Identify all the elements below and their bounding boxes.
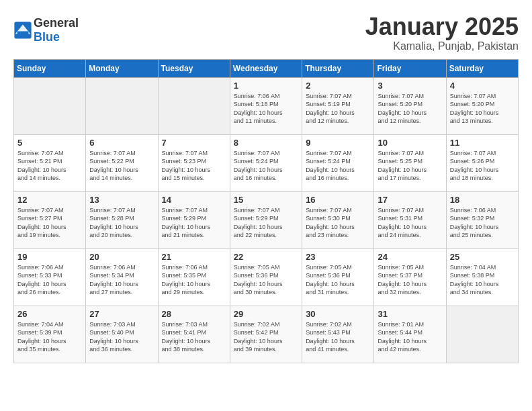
calendar-cell: 8Sunrise: 7:07 AM Sunset: 5:24 PM Daylig… [230, 134, 302, 191]
day-info: Sunrise: 7:05 AM Sunset: 5:37 PM Dayligh… [378, 263, 442, 297]
calendar-cell: 26Sunrise: 7:04 AM Sunset: 5:39 PM Dayli… [14, 306, 86, 363]
day-number: 22 [234, 252, 298, 262]
calendar-cell: 16Sunrise: 7:07 AM Sunset: 5:30 PM Dayli… [302, 191, 374, 248]
day-number: 21 [162, 252, 226, 262]
day-info: Sunrise: 7:07 AM Sunset: 5:29 PM Dayligh… [234, 206, 298, 240]
day-info: Sunrise: 7:07 AM Sunset: 5:27 PM Dayligh… [17, 206, 82, 240]
day-info: Sunrise: 7:04 AM Sunset: 5:38 PM Dayligh… [450, 263, 515, 297]
header-cell-thursday: Thursday [302, 59, 374, 77]
day-number: 29 [234, 309, 298, 319]
day-number: 2 [306, 81, 370, 91]
calendar-cell [14, 77, 86, 134]
header-cell-monday: Monday [86, 59, 158, 77]
day-info: Sunrise: 7:06 AM Sunset: 5:34 PM Dayligh… [89, 263, 154, 297]
week-row-4: 19Sunrise: 7:06 AM Sunset: 5:33 PM Dayli… [14, 248, 519, 306]
calendar-cell: 29Sunrise: 7:02 AM Sunset: 5:42 PM Dayli… [230, 306, 302, 363]
day-number: 5 [17, 138, 82, 148]
calendar-cell: 24Sunrise: 7:05 AM Sunset: 5:37 PM Dayli… [374, 248, 446, 306]
calendar-header: SundayMondayTuesdayWednesdayThursdayFrid… [14, 59, 519, 77]
day-number: 28 [162, 309, 226, 319]
day-number: 9 [306, 138, 370, 148]
title-section: January 2025 Kamalia, Punjab, Pakistan [365, 13, 519, 52]
calendar-cell: 31Sunrise: 7:01 AM Sunset: 5:44 PM Dayli… [374, 306, 446, 363]
day-info: Sunrise: 7:07 AM Sunset: 5:20 PM Dayligh… [450, 92, 515, 126]
day-info: Sunrise: 7:06 AM Sunset: 5:18 PM Dayligh… [234, 92, 298, 126]
day-info: Sunrise: 7:06 AM Sunset: 5:33 PM Dayligh… [17, 263, 82, 297]
logo-blue-text: Blue [34, 30, 60, 44]
calendar-cell: 4Sunrise: 7:07 AM Sunset: 5:20 PM Daylig… [446, 77, 518, 134]
calendar-cell: 11Sunrise: 7:07 AM Sunset: 5:26 PM Dayli… [446, 134, 518, 191]
day-number: 20 [89, 252, 154, 262]
calendar-body: 1Sunrise: 7:06 AM Sunset: 5:18 PM Daylig… [14, 77, 519, 363]
day-info: Sunrise: 7:01 AM Sunset: 5:44 PM Dayligh… [378, 320, 442, 354]
day-info: Sunrise: 7:03 AM Sunset: 5:41 PM Dayligh… [162, 320, 226, 354]
calendar-cell: 17Sunrise: 7:07 AM Sunset: 5:31 PM Dayli… [374, 191, 446, 248]
day-info: Sunrise: 7:07 AM Sunset: 5:24 PM Dayligh… [234, 149, 298, 183]
calendar-cell: 18Sunrise: 7:06 AM Sunset: 5:32 PM Dayli… [446, 191, 518, 248]
day-number: 17 [378, 195, 442, 205]
day-number: 6 [89, 138, 154, 148]
day-number: 25 [450, 252, 515, 262]
calendar-cell: 9Sunrise: 7:07 AM Sunset: 5:24 PM Daylig… [302, 134, 374, 191]
header-cell-saturday: Saturday [446, 59, 518, 77]
calendar-cell: 30Sunrise: 7:02 AM Sunset: 5:43 PM Dayli… [302, 306, 374, 363]
week-row-2: 5Sunrise: 7:07 AM Sunset: 5:21 PM Daylig… [14, 134, 519, 191]
calendar-cell: 1Sunrise: 7:06 AM Sunset: 5:18 PM Daylig… [230, 77, 302, 134]
day-number: 24 [378, 252, 442, 262]
calendar-cell [86, 77, 158, 134]
week-row-5: 26Sunrise: 7:04 AM Sunset: 5:39 PM Dayli… [14, 306, 519, 363]
day-info: Sunrise: 7:07 AM Sunset: 5:22 PM Dayligh… [89, 149, 154, 183]
day-info: Sunrise: 7:07 AM Sunset: 5:29 PM Dayligh… [162, 206, 226, 240]
logo: General Blue [13, 16, 79, 44]
logo-general-text: General [34, 16, 79, 30]
calendar-cell: 7Sunrise: 7:07 AM Sunset: 5:23 PM Daylig… [158, 134, 230, 191]
header-cell-sunday: Sunday [14, 59, 86, 77]
day-number: 18 [450, 195, 515, 205]
day-number: 31 [378, 309, 442, 319]
week-row-1: 1Sunrise: 7:06 AM Sunset: 5:18 PM Daylig… [14, 77, 519, 134]
calendar-cell: 6Sunrise: 7:07 AM Sunset: 5:22 PM Daylig… [86, 134, 158, 191]
week-row-3: 12Sunrise: 7:07 AM Sunset: 5:27 PM Dayli… [14, 191, 519, 248]
day-info: Sunrise: 7:07 AM Sunset: 5:31 PM Dayligh… [378, 206, 442, 240]
header-cell-friday: Friday [374, 59, 446, 77]
day-info: Sunrise: 7:07 AM Sunset: 5:21 PM Dayligh… [17, 149, 82, 183]
calendar-cell: 21Sunrise: 7:06 AM Sunset: 5:35 PM Dayli… [158, 248, 230, 306]
day-info: Sunrise: 7:05 AM Sunset: 5:36 PM Dayligh… [306, 263, 370, 297]
svg-rect-2 [17, 31, 29, 36]
day-info: Sunrise: 7:02 AM Sunset: 5:43 PM Dayligh… [306, 320, 370, 354]
day-number: 14 [162, 195, 226, 205]
day-info: Sunrise: 7:07 AM Sunset: 5:28 PM Dayligh… [89, 206, 154, 240]
calendar-cell: 20Sunrise: 7:06 AM Sunset: 5:34 PM Dayli… [86, 248, 158, 306]
day-info: Sunrise: 7:02 AM Sunset: 5:42 PM Dayligh… [234, 320, 298, 354]
day-info: Sunrise: 7:07 AM Sunset: 5:24 PM Dayligh… [306, 149, 370, 183]
day-info: Sunrise: 7:06 AM Sunset: 5:32 PM Dayligh… [450, 206, 515, 240]
calendar-cell: 5Sunrise: 7:07 AM Sunset: 5:21 PM Daylig… [14, 134, 86, 191]
day-info: Sunrise: 7:03 AM Sunset: 5:40 PM Dayligh… [89, 320, 154, 354]
day-number: 8 [234, 138, 298, 148]
calendar-cell: 23Sunrise: 7:05 AM Sunset: 5:36 PM Dayli… [302, 248, 374, 306]
day-number: 13 [89, 195, 154, 205]
calendar-cell: 19Sunrise: 7:06 AM Sunset: 5:33 PM Dayli… [14, 248, 86, 306]
calendar-cell: 2Sunrise: 7:07 AM Sunset: 5:19 PM Daylig… [302, 77, 374, 134]
calendar-cell: 28Sunrise: 7:03 AM Sunset: 5:41 PM Dayli… [158, 306, 230, 363]
header-row: SundayMondayTuesdayWednesdayThursdayFrid… [14, 59, 519, 77]
day-info: Sunrise: 7:07 AM Sunset: 5:30 PM Dayligh… [306, 206, 370, 240]
day-info: Sunrise: 7:05 AM Sunset: 5:36 PM Dayligh… [234, 263, 298, 297]
calendar-table: SundayMondayTuesdayWednesdayThursdayFrid… [13, 59, 519, 363]
calendar-cell: 25Sunrise: 7:04 AM Sunset: 5:38 PM Dayli… [446, 248, 518, 306]
calendar-cell: 22Sunrise: 7:05 AM Sunset: 5:36 PM Dayli… [230, 248, 302, 306]
calendar-cell: 27Sunrise: 7:03 AM Sunset: 5:40 PM Dayli… [86, 306, 158, 363]
calendar-title: January 2025 [365, 13, 519, 40]
day-number: 23 [306, 252, 370, 262]
day-number: 30 [306, 309, 370, 319]
calendar-cell: 15Sunrise: 7:07 AM Sunset: 5:29 PM Dayli… [230, 191, 302, 248]
day-info: Sunrise: 7:06 AM Sunset: 5:35 PM Dayligh… [162, 263, 226, 297]
day-number: 15 [234, 195, 298, 205]
calendar-cell: 12Sunrise: 7:07 AM Sunset: 5:27 PM Dayli… [14, 191, 86, 248]
day-number: 4 [450, 81, 515, 91]
logo-icon [13, 21, 32, 40]
calendar-cell [158, 77, 230, 134]
day-number: 12 [17, 195, 82, 205]
day-info: Sunrise: 7:04 AM Sunset: 5:39 PM Dayligh… [17, 320, 82, 354]
calendar-cell: 3Sunrise: 7:07 AM Sunset: 5:20 PM Daylig… [374, 77, 446, 134]
